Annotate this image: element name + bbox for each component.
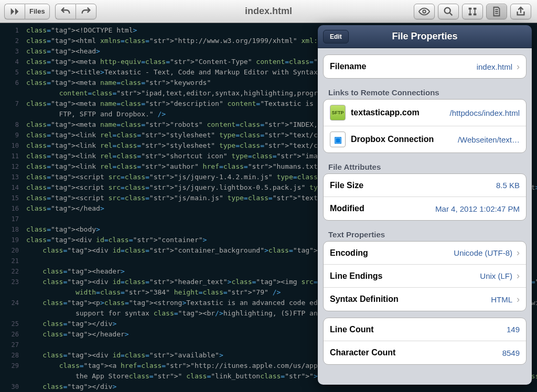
text-properties-header: Text Properties bbox=[323, 227, 527, 241]
svg-rect-2 bbox=[469, 7, 472, 9]
filename-row[interactable]: Filename index.html › bbox=[324, 55, 526, 78]
fast-forward-icon bbox=[9, 6, 20, 17]
property-value: Mar 4, 2012 1:02:47 PM bbox=[435, 204, 520, 213]
property-label: Line Count bbox=[330, 325, 374, 334]
property-label: Syntax Definition bbox=[330, 295, 399, 304]
property-value: Unicode (UTF-8) bbox=[454, 248, 512, 257]
file-attributes-header: File Attributes bbox=[323, 159, 527, 173]
svg-rect-3 bbox=[474, 7, 477, 9]
sftp-icon: SFTP bbox=[330, 105, 346, 121]
file-properties-popover: Edit File Properties Filename index.html… bbox=[318, 25, 532, 385]
remote-connections-header: Links to Remote Connections bbox=[323, 85, 527, 99]
property-value: 8.5 KB bbox=[496, 181, 520, 190]
property-row: Character Count8549 bbox=[324, 341, 526, 364]
preview-button[interactable] bbox=[414, 4, 435, 19]
eye-icon bbox=[418, 6, 430, 17]
document-icon bbox=[491, 6, 502, 17]
property-row: File Size8.5 KB bbox=[324, 174, 526, 197]
property-label: Encoding bbox=[330, 248, 368, 258]
nav-segment: Files bbox=[4, 4, 50, 19]
line-gutter: 1234567891011121314151617181920212223242… bbox=[0, 23, 22, 392]
search-button[interactable] bbox=[438, 4, 459, 19]
property-value: 8549 bbox=[502, 349, 520, 357]
search-icon bbox=[443, 6, 454, 17]
property-row: ModifiedMar 4, 2012 1:02:47 PM bbox=[324, 197, 526, 220]
share-button[interactable] bbox=[510, 4, 531, 19]
property-label: Character Count bbox=[330, 348, 395, 357]
connection-path: /httpdocs/index.html bbox=[446, 108, 520, 117]
connection-name: textasticapp.com bbox=[351, 108, 420, 117]
svg-rect-4 bbox=[469, 13, 472, 15]
chevron-right-icon: › bbox=[517, 247, 520, 258]
dropbox-icon: ▣ bbox=[330, 132, 346, 147]
svg-rect-5 bbox=[474, 13, 477, 15]
edit-button[interactable]: Edit bbox=[323, 30, 349, 43]
toolbar: Files index.html bbox=[0, 0, 537, 23]
filename-value: index.html bbox=[477, 62, 512, 71]
symbols-icon bbox=[467, 6, 478, 17]
connection-path: /Webseiten/text… bbox=[454, 135, 520, 144]
connection-name: Dropbox Connection bbox=[351, 135, 434, 144]
property-label: Line Endings bbox=[330, 271, 382, 281]
property-row[interactable]: Line EndingsUnix (LF)› bbox=[324, 265, 526, 288]
remote-connection-row[interactable]: SFTPtextasticapp.com/httpdocs/index.html bbox=[324, 100, 526, 126]
property-row[interactable]: Syntax DefinitionHTML› bbox=[324, 288, 526, 311]
property-label: Modified bbox=[330, 204, 364, 213]
undo-button[interactable] bbox=[55, 4, 76, 19]
redo-button[interactable] bbox=[76, 4, 96, 19]
chevron-right-icon: › bbox=[517, 61, 520, 72]
property-label: File Size bbox=[330, 181, 363, 190]
undo-icon bbox=[60, 6, 71, 17]
share-icon bbox=[515, 6, 527, 17]
symbols-button[interactable] bbox=[462, 4, 483, 19]
undo-redo-segment bbox=[55, 4, 96, 19]
chevron-right-icon: › bbox=[517, 294, 520, 305]
popover-header: Edit File Properties bbox=[318, 25, 532, 48]
svg-point-1 bbox=[445, 7, 450, 13]
property-row: Line Count149 bbox=[324, 318, 526, 341]
property-row[interactable]: EncodingUnicode (UTF-8)› bbox=[324, 242, 526, 265]
svg-point-0 bbox=[423, 10, 426, 13]
redo-icon bbox=[80, 6, 92, 17]
properties-button[interactable] bbox=[486, 4, 507, 19]
property-value: Unix (LF) bbox=[480, 271, 512, 280]
forward-skip-button[interactable] bbox=[4, 4, 25, 19]
property-value: HTML bbox=[491, 295, 512, 304]
remote-connection-row[interactable]: ▣Dropbox Connection/Webseiten/text… bbox=[324, 126, 526, 153]
property-value: 149 bbox=[507, 325, 520, 334]
files-button[interactable]: Files bbox=[25, 4, 50, 19]
filename-label: Filename bbox=[330, 62, 366, 71]
popover-body[interactable]: Filename index.html › Links to Remote Co… bbox=[318, 48, 532, 385]
chevron-right-icon: › bbox=[517, 270, 520, 281]
popover-title: File Properties bbox=[318, 31, 532, 42]
